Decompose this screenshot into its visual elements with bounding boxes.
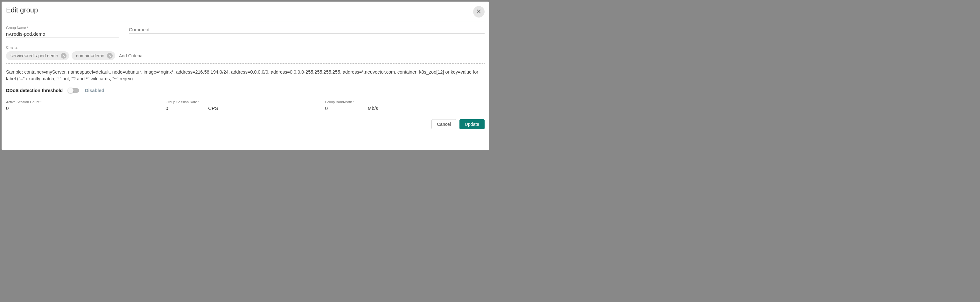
edit-group-dialog: Edit group Group Name * Criteria (2, 2, 489, 150)
group-bandwidth-unit: Mb/s (368, 105, 378, 111)
criteria-label: Criteria (6, 46, 485, 50)
criteria-row: service=redis-pod.demo domain=demo (6, 51, 485, 64)
cancel-button[interactable]: Cancel (431, 119, 456, 129)
dialog-title: Edit group (6, 6, 38, 14)
close-button[interactable] (473, 6, 485, 18)
ddos-toggle[interactable] (68, 88, 79, 93)
criteria-chip[interactable]: domain=demo (72, 51, 115, 60)
close-icon (108, 53, 111, 58)
group-session-rate-unit: CPS (208, 105, 218, 111)
group-name-input[interactable] (6, 30, 119, 38)
toggle-knob (68, 88, 73, 93)
active-session-label: Active Session Count * (6, 100, 165, 104)
dialog-footer: Cancel Update (2, 112, 489, 129)
field-group-name: Group Name * (6, 26, 119, 38)
chip-remove-button[interactable] (61, 53, 67, 59)
row-name-comment: Group Name * (6, 26, 485, 38)
comment-input[interactable] (129, 26, 485, 34)
metrics-row: Active Session Count * Group Session Rat… (6, 100, 485, 112)
update-button[interactable]: Update (460, 119, 485, 129)
metric-active-session: Active Session Count * (6, 100, 165, 112)
criteria-sample-text: Sample: container=myServer, namespace!=d… (6, 69, 485, 82)
field-comment (129, 26, 485, 38)
criteria-chip[interactable]: service=redis-pod.demo (6, 51, 69, 60)
criteria-section: Criteria service=redis-pod.demo do (6, 46, 485, 64)
metric-group-session-rate: Group Session Rate * CPS (165, 100, 325, 112)
group-session-rate-label: Group Session Rate * (165, 100, 325, 104)
group-session-rate-input[interactable] (165, 104, 204, 112)
chip-text: service=redis-pod.demo (11, 53, 58, 58)
ddos-state-text: Disabled (85, 88, 104, 93)
chip-remove-button[interactable] (107, 53, 113, 59)
group-bandwidth-label: Group Bandwidth * (325, 100, 485, 104)
form-body: Group Name * Criteria service=redis-pod.… (2, 21, 489, 112)
add-criteria-input[interactable] (118, 52, 485, 60)
ddos-label: DDoS detection threshold (6, 88, 63, 93)
group-name-label: Group Name * (6, 26, 119, 30)
active-session-input[interactable] (6, 104, 44, 112)
close-icon (62, 53, 65, 58)
ddos-row: DDoS detection threshold Disabled (6, 88, 485, 93)
dialog-header: Edit group (2, 6, 489, 21)
chip-text: domain=demo (76, 53, 104, 58)
metric-group-bandwidth: Group Bandwidth * Mb/s (325, 100, 485, 112)
group-bandwidth-input[interactable] (325, 104, 363, 112)
close-icon (476, 9, 482, 15)
